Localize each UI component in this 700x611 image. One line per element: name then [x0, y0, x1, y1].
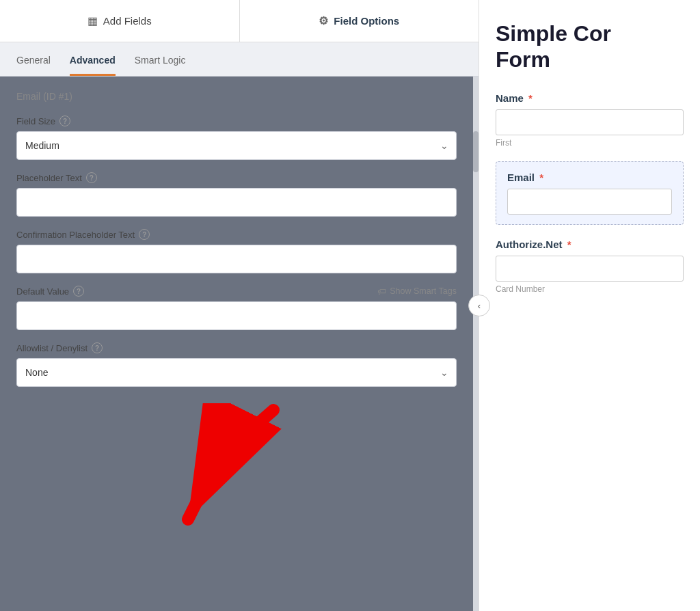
field-size-label: Field Size ? [16, 116, 457, 126]
allowlist-denylist-select[interactable]: None Allowlist Denylist [16, 358, 457, 387]
allowlist-denylist-help-icon[interactable]: ? [92, 342, 103, 353]
preview-name-sub-label: First [496, 138, 684, 148]
field-size-select[interactable]: Small Medium Large [16, 131, 457, 160]
tab-smart-logic[interactable]: Smart Logic [135, 55, 186, 76]
tag-icon: 🏷 [377, 286, 386, 297]
field-title: Email (ID #1) [16, 90, 457, 102]
preview-card-number-label: Card Number [496, 284, 684, 294]
allowlist-denylist-label: Allowlist / Denylist ? [16, 342, 457, 353]
field-size-group: Field Size ? Small Medium Large ⌄ [16, 116, 457, 160]
field-size-help-icon[interactable]: ? [59, 116, 70, 126]
confirmation-placeholder-group: Confirmation Placeholder Text ? [16, 229, 457, 273]
collapse-panel-button[interactable]: ‹ [468, 295, 490, 316]
preview-name-input[interactable] [496, 109, 684, 135]
default-value-help-icon[interactable]: ? [73, 286, 84, 297]
default-value-label: Default Value ? [16, 286, 84, 297]
preview-name-field: Name * First [496, 92, 684, 148]
tab-field-options[interactable]: ⚙ Field Options [240, 0, 479, 42]
add-fields-label: Add Fields [103, 15, 152, 27]
confirmation-placeholder-label: Confirmation Placeholder Text ? [16, 229, 457, 240]
preview-name-label: Name [496, 92, 524, 104]
confirmation-placeholder-help-icon[interactable]: ? [139, 229, 150, 240]
sub-tab-bar: General Advanced Smart Logic [0, 42, 479, 77]
allowlist-denylist-group: Allowlist / Denylist ? None Allowlist De… [16, 342, 457, 387]
field-options-label: Field Options [334, 15, 399, 27]
smart-tags-label: Show Smart Tags [390, 286, 457, 296]
field-id: (ID #1) [43, 91, 72, 102]
preview-email-label: Email [507, 172, 535, 183]
placeholder-text-label: Placeholder Text ? [16, 172, 457, 183]
add-fields-icon: ▦ [88, 14, 98, 27]
default-value-label-row: Default Value ? 🏷 Show Smart Tags [16, 286, 457, 297]
confirmation-placeholder-input[interactable] [16, 245, 457, 273]
tab-add-fields[interactable]: ▦ Add Fields [0, 0, 240, 42]
scrollbar-track[interactable] [473, 77, 479, 611]
preview-email-input[interactable] [507, 189, 672, 215]
allowlist-denylist-select-wrapper: None Allowlist Denylist ⌄ [16, 358, 457, 387]
form-preview-title: Simple Cor Form [496, 21, 684, 73]
preview-email-section: Email * [496, 161, 684, 225]
field-name: Email [16, 91, 40, 102]
field-options-icon: ⚙ [319, 14, 328, 27]
preview-authorize-label: Authorize.Net [496, 239, 563, 250]
placeholder-text-help-icon[interactable]: ? [86, 172, 97, 183]
field-options-content: Email (ID #1) Field Size ? Small Medium … [0, 77, 473, 611]
tab-advanced[interactable]: Advanced [70, 55, 116, 76]
preview-name-required: * [528, 92, 533, 104]
preview-authorize-required: * [567, 239, 571, 250]
placeholder-text-group: Placeholder Text ? [16, 172, 457, 217]
default-value-input[interactable] [16, 301, 457, 330]
preview-authorize-field: Authorize.Net * Card Number [496, 239, 684, 294]
default-value-group: Default Value ? 🏷 Show Smart Tags [16, 286, 457, 330]
form-preview-panel: ‹ Simple Cor Form Name * First Email * A… [479, 0, 700, 611]
tab-general[interactable]: General [16, 55, 51, 76]
top-tab-bar: ▦ Add Fields ⚙ Field Options [0, 0, 479, 42]
field-size-select-wrapper: Small Medium Large ⌄ [16, 131, 457, 160]
preview-authorize-input[interactable] [496, 256, 684, 282]
show-smart-tags-button[interactable]: 🏷 Show Smart Tags [377, 286, 457, 297]
preview-email-required: * [539, 172, 543, 183]
scrollbar-thumb[interactable] [473, 131, 479, 172]
placeholder-text-input[interactable] [16, 188, 457, 217]
